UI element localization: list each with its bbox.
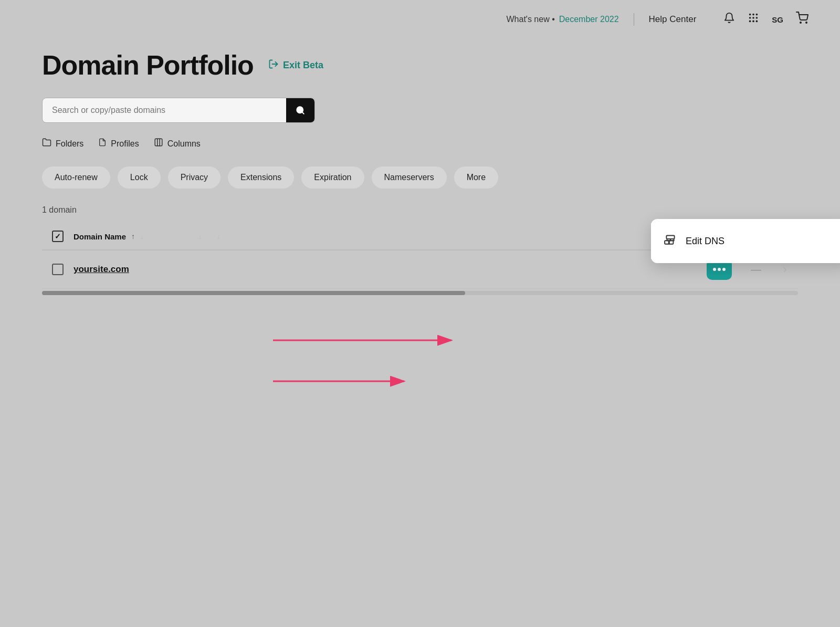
svg-point-10	[806, 22, 807, 23]
whats-new-label: What's new •	[507, 15, 555, 24]
row-checkbox[interactable]	[52, 264, 64, 275]
sort-down-icon: ↓	[140, 232, 144, 241]
svg-rect-14	[155, 139, 162, 146]
svg-point-3	[749, 17, 751, 19]
svg-point-0	[749, 14, 751, 16]
page-title: Domain Portfolio	[42, 49, 254, 81]
top-nav: What's new • December 2022 Help Center S…	[0, 0, 840, 39]
dot-2	[718, 268, 721, 271]
search-input[interactable]	[43, 98, 286, 122]
edit-dns-label: Edit DNS	[686, 236, 724, 247]
domain-count: 1 domain	[42, 205, 798, 215]
pill-extensions[interactable]: Extensions	[228, 166, 294, 189]
annotation-arrow-2	[273, 371, 430, 392]
whats-new-link[interactable]: December 2022	[559, 15, 619, 24]
exit-icon	[268, 59, 279, 72]
select-all-checkbox[interactable]	[52, 231, 64, 242]
dash-cell: —	[751, 264, 761, 276]
svg-line-13	[302, 112, 303, 113]
horizontal-scrollbar[interactable]	[42, 291, 798, 295]
pill-more[interactable]: More	[454, 166, 498, 189]
user-avatar[interactable]: SG	[772, 15, 783, 24]
pill-privacy[interactable]: Privacy	[168, 166, 220, 189]
filter-pills: Auto-renew Lock Privacy Extensions Expir…	[42, 166, 798, 189]
folders-label: Folders	[56, 139, 83, 149]
page-title-row: Domain Portfolio Exit Beta	[42, 49, 798, 81]
dot-1	[713, 268, 716, 271]
pill-auto-renew[interactable]: Auto-renew	[42, 166, 110, 189]
exit-beta-button[interactable]: Exit Beta	[268, 59, 323, 72]
profiles-label: Profiles	[111, 139, 139, 149]
svg-rect-19	[666, 235, 674, 239]
cart-icon[interactable]	[796, 12, 808, 27]
dns-icon	[664, 233, 677, 249]
pill-expiration[interactable]: Expiration	[301, 166, 364, 189]
search-row	[42, 98, 798, 123]
svg-point-1	[752, 14, 754, 16]
domain-name-cell: yoursite.com	[74, 264, 417, 275]
domain-table: Domain Name ↑ ↓ ↓ ↓ yoursite.com	[42, 223, 798, 295]
search-button[interactable]	[286, 98, 314, 122]
dot-3	[722, 268, 726, 271]
svg-point-5	[756, 17, 758, 19]
pill-nameservers[interactable]: Nameservers	[372, 166, 447, 189]
profiles-button[interactable]: Profiles	[98, 138, 139, 150]
sort-up-icon[interactable]: ↑	[131, 232, 135, 241]
notification-icon[interactable]	[723, 12, 735, 27]
nav-separator	[634, 13, 634, 26]
col-sort-2: ↓	[217, 232, 220, 241]
pill-lock[interactable]: Lock	[118, 166, 161, 189]
columns-label: Columns	[167, 139, 201, 149]
columns-button[interactable]: Columns	[154, 138, 201, 150]
domain-link[interactable]: yoursite.com	[74, 264, 129, 275]
scrollbar-thumb	[42, 291, 465, 295]
svg-point-6	[749, 20, 751, 23]
columns-icon	[154, 138, 163, 150]
profiles-icon	[98, 138, 107, 150]
main-content: Domain Portfolio Exit Beta	[0, 39, 840, 316]
folders-button[interactable]: Folders	[42, 138, 83, 150]
svg-point-8	[756, 20, 758, 23]
popup-menu: Edit DNS	[651, 219, 840, 263]
domain-name-label: Domain Name	[74, 232, 126, 241]
search-container	[42, 98, 315, 123]
svg-point-9	[800, 22, 801, 23]
edit-dns-menu-item[interactable]: Edit DNS	[651, 223, 840, 259]
header-checkbox-col	[42, 231, 74, 242]
svg-point-4	[752, 17, 754, 19]
col-sort-1: ↓	[198, 232, 202, 241]
svg-point-2	[756, 14, 758, 16]
annotation-arrow-1	[273, 325, 483, 356]
nav-icons: SG	[723, 12, 808, 27]
apps-icon[interactable]	[748, 12, 759, 27]
whats-new-section: What's new • December 2022	[507, 15, 619, 24]
exit-beta-label: Exit Beta	[283, 60, 323, 71]
help-center-link[interactable]: Help Center	[649, 14, 697, 25]
row-expand-icon[interactable]: ›	[783, 263, 786, 276]
svg-point-7	[752, 20, 754, 23]
folder-icon	[42, 138, 51, 150]
row-checkbox-col	[42, 264, 74, 275]
toolbar: Folders Profiles Columns	[42, 138, 798, 150]
table-row: yoursite.com —	[42, 250, 798, 289]
